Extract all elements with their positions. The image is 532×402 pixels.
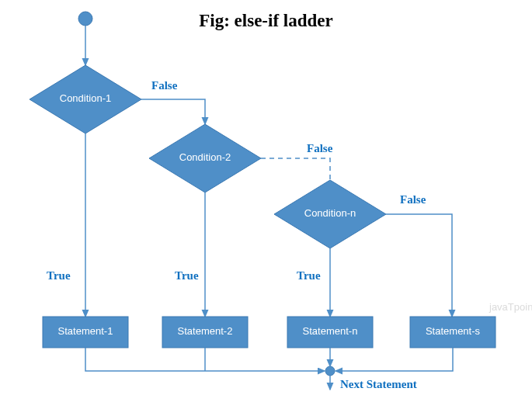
svg-text:Statement-2: Statement-2 <box>178 325 233 337</box>
cn-false-label: False <box>400 193 426 206</box>
flowchart-canvas: Condition-1 False Condition-2 False Cond… <box>0 0 532 402</box>
svg-text:Condition-n: Condition-n <box>304 207 356 219</box>
condition-1-diamond: Condition-1 <box>30 65 141 133</box>
c2-true-label: True <box>175 269 199 282</box>
svg-text:Statement-n: Statement-n <box>303 325 358 337</box>
statement-2-box: Statement-2 <box>162 317 248 348</box>
svg-text:Condition-2: Condition-2 <box>179 151 231 163</box>
statement-1-box: Statement-1 <box>43 317 128 348</box>
start-node <box>78 12 92 26</box>
condition-n-diamond: Condition-n <box>274 180 386 248</box>
svg-text:Statement-1: Statement-1 <box>58 325 113 337</box>
watermark-text: javaTpoint <box>489 301 532 313</box>
svg-text:Condition-1: Condition-1 <box>60 92 112 104</box>
svg-text:Statement-s: Statement-s <box>426 325 481 337</box>
c1-false-label: False <box>151 79 178 92</box>
c1-true-label: True <box>47 269 71 282</box>
condition-2-diamond: Condition-2 <box>149 124 261 192</box>
c2-false-label: False <box>307 142 333 154</box>
statement-n-box: Statement-n <box>287 317 373 348</box>
merge-junction <box>325 366 335 376</box>
cn-true-label: True <box>297 269 321 282</box>
next-statement-label: Next Statement <box>340 378 417 390</box>
statement-s-box: Statement-s <box>410 317 495 348</box>
